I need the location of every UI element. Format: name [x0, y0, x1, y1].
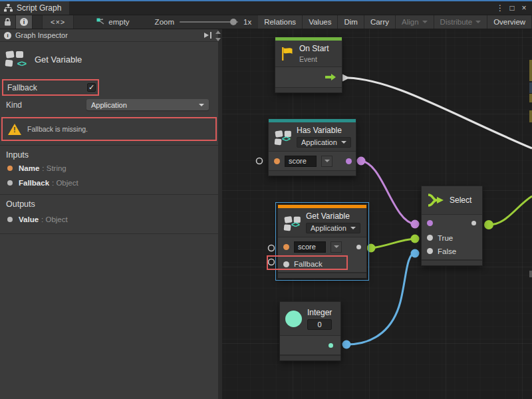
node-body [280, 336, 340, 354]
value-output-port[interactable] [356, 245, 361, 249]
kind-dropdown[interactable]: Application [86, 99, 209, 110]
variable-kind-value: Application [311, 224, 346, 232]
zoom-slider-knob[interactable] [230, 19, 237, 25]
values-button[interactable]: Values [303, 15, 338, 29]
node-select[interactable]: Select True False [421, 186, 483, 266]
align-label: Align [402, 18, 419, 26]
graph-canvas[interactable]: On Start Event Has Variable [222, 29, 532, 399]
warning-text: Fallback is missing. [27, 125, 88, 133]
integer-value-field[interactable]: 0 [307, 319, 332, 330]
port-type: : Object [41, 215, 68, 223]
chevron-down-icon [199, 104, 204, 106]
variable-name-field[interactable]: score [285, 156, 317, 167]
unit-title: Get Variable [35, 55, 82, 65]
variable-icon [284, 215, 300, 229]
relations-label: Relations [264, 18, 296, 26]
clipped-node-edge [529, 82, 532, 93]
select-merge-icon [427, 192, 444, 209]
graph-breadcrumb-label: empty [108, 18, 129, 26]
control-output-port[interactable] [325, 73, 336, 81]
zoom-slider[interactable] [180, 21, 238, 23]
lock-icon [4, 18, 11, 26]
variable-name-dropdown[interactable] [331, 241, 342, 253]
wire-endpoint [367, 244, 376, 253]
wire-endpoint [411, 220, 420, 229]
distribute-button[interactable]: Distribute [434, 15, 488, 29]
window-controls: ⋮ □ × [495, 1, 532, 15]
scroll-up-icon[interactable] [215, 31, 221, 34]
unconnected-port-ring[interactable] [257, 158, 263, 164]
info-icon [20, 18, 28, 26]
dock-panel-button[interactable] [203, 32, 213, 39]
wire-endpoint [357, 157, 366, 166]
carry-button[interactable]: Carry [364, 15, 396, 29]
tab-script-graph[interactable]: Script Graph [0, 1, 69, 15]
scroll-down-icon[interactable] [215, 38, 221, 41]
node-get-variable[interactable]: Get Variable Application score F [277, 204, 367, 279]
variable-icon [5, 50, 27, 68]
kind-value: Application [91, 101, 127, 109]
node-footer [422, 260, 482, 265]
code-preview-button[interactable] [42, 15, 74, 29]
variable-name-dropdown[interactable] [321, 156, 332, 167]
false-port-label: False [438, 247, 456, 255]
overview-button[interactable]: Overview [487, 15, 532, 29]
node-header: Has Variable Application [269, 122, 356, 151]
input-port-row: Name : String [0, 161, 218, 176]
bool-output-port[interactable] [346, 158, 352, 164]
control-connector-arrow [342, 74, 350, 82]
dim-button[interactable]: Dim [338, 15, 364, 29]
node-on-start[interactable]: On Start Event [275, 37, 342, 93]
wire-endpoint [411, 249, 420, 258]
wire-node-icon [96, 18, 105, 26]
window-menu-icon[interactable]: ⋮ [495, 3, 505, 13]
name-input-port[interactable] [283, 244, 289, 250]
chevron-down-icon [422, 21, 428, 23]
node-footer [269, 170, 356, 176]
port-name: Value [19, 215, 39, 223]
wires-layer [222, 29, 532, 399]
outputs-section-title: Outputs [0, 195, 218, 210]
selection-output-port[interactable] [471, 221, 476, 225]
node-title: Integer [307, 308, 332, 317]
window-close-icon[interactable]: × [519, 3, 529, 13]
name-input-port[interactable] [274, 158, 280, 164]
variable-kind-dropdown[interactable]: Application [306, 223, 360, 233]
port-type: : Object [52, 179, 78, 187]
variable-name-field[interactable]: score [294, 241, 326, 253]
fallback-checkbox[interactable]: ✓ [87, 83, 96, 92]
node-header: Integer 0 [280, 302, 340, 335]
port-type: : String [42, 164, 66, 172]
node-subtitle: Event [299, 55, 329, 63]
node-has-variable[interactable]: Has Variable Application score [268, 118, 356, 176]
unconnected-port-ring[interactable] [269, 259, 275, 265]
int-output-port[interactable] [329, 343, 333, 348]
inspector-toggle-button[interactable] [16, 15, 33, 29]
node-title: Has Variable [297, 126, 351, 135]
node-body [275, 67, 342, 87]
window-maximize-icon[interactable]: □ [507, 3, 517, 13]
false-input-port[interactable] [427, 248, 433, 254]
wire-bool [361, 161, 415, 224]
condition-input-port[interactable] [427, 220, 433, 226]
tab-label: Script Graph [17, 3, 61, 13]
port-dot [7, 180, 13, 186]
unconnected-port-ring[interactable] [269, 245, 275, 251]
graph-breadcrumb[interactable]: empty [90, 15, 136, 29]
node-integer[interactable]: Integer 0 [279, 301, 341, 361]
align-button[interactable]: Align [396, 15, 434, 29]
warning-banner: Fallback is missing. [1, 117, 217, 141]
chevron-down-icon [341, 141, 346, 144]
carry-label: Carry [370, 18, 389, 26]
chevron-down-icon [325, 160, 330, 162]
graph-icon [4, 4, 13, 12]
fallback-input-port[interactable] [283, 261, 289, 267]
variable-kind-dropdown[interactable]: Application [297, 137, 351, 148]
node-footer [278, 273, 366, 278]
variable-kind-value: Application [301, 138, 337, 146]
unit-header: Get Variable [0, 42, 218, 75]
true-input-port[interactable] [427, 235, 433, 241]
values-label: Values [309, 18, 331, 26]
relations-button[interactable]: Relations [258, 15, 303, 29]
lock-button[interactable] [0, 15, 16, 29]
